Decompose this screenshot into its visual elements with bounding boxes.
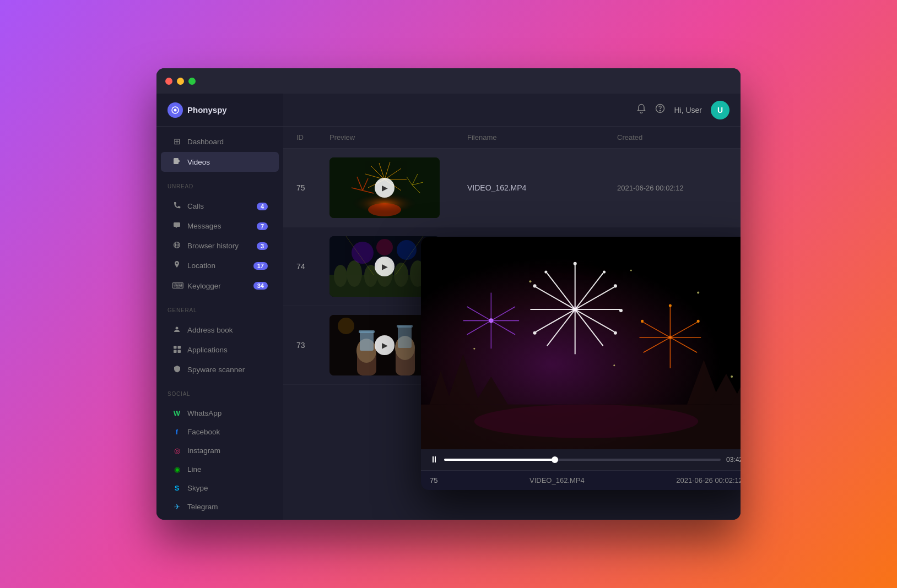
sidebar-item-telegram[interactable]: ✈ Telegram (161, 498, 279, 516)
svg-marker-3 (179, 160, 180, 162)
row-id: 75 (296, 183, 329, 192)
apps-icon (172, 345, 182, 355)
sidebar-item-label: Calls (187, 202, 204, 210)
unread-nav: Calls 4 Messages 7 (156, 192, 283, 301)
messages-badge: 7 (257, 222, 268, 230)
video-thumbnail[interactable]: ▶ (329, 157, 440, 218)
sidebar-item-label: Skype (187, 484, 208, 492)
svg-point-97 (669, 304, 672, 307)
general-nav: Address book Applications (156, 315, 283, 384)
sidebar-item-label: Dashboard (187, 138, 224, 146)
play-button[interactable]: ▶ (375, 257, 395, 276)
sidebar-item-label: Keylogger (187, 282, 221, 290)
player-info-created: 2021-06-26 00:02:12 (676, 476, 741, 484)
player-controls-bar: ⏸ 03:42 (421, 449, 741, 470)
svg-point-14 (660, 110, 661, 111)
play-overlay: ▶ (329, 157, 440, 218)
addressbook-icon (172, 325, 182, 335)
row-id: 74 (296, 262, 329, 271)
globe-icon (172, 241, 182, 251)
minimize-button[interactable] (177, 78, 184, 85)
svg-point-80 (574, 262, 577, 265)
player-info-bar: 75 VIDEO_162.MP4 2021-06-26 00:02:12 (421, 470, 741, 490)
table-row[interactable]: 75 (283, 149, 741, 227)
play-pause-button[interactable]: ⏸ (430, 455, 439, 465)
svg-point-85 (533, 284, 537, 287)
sidebar-item-location[interactable]: Location 17 (161, 256, 279, 275)
sidebar-item-facebook[interactable]: f Facebook (161, 423, 279, 441)
video-icon (172, 157, 182, 167)
app-window: Phonyspy ⊞ Dashboard Videos (156, 68, 741, 520)
window-body: Phonyspy ⊞ Dashboard Videos (156, 94, 741, 520)
sidebar-item-keylogger[interactable]: ⌨ Keylogger 34 (161, 276, 279, 296)
table-header: ID Preview Filename Created (283, 127, 741, 149)
brand-name: Phonyspy (187, 105, 227, 115)
sidebar-item-label: Address book (187, 326, 233, 334)
player-info-filename: VIDEO_162.MP4 (529, 476, 585, 484)
duration-label: 03:42 (726, 456, 741, 464)
svg-point-87 (544, 270, 547, 273)
social-section: SOCIAL W WhatsApp f Facebook ◎ Instagram (156, 384, 283, 520)
svg-point-84 (533, 331, 537, 335)
sidebar-item-label: Applications (187, 346, 228, 354)
sidebar-item-label: Videos (187, 158, 210, 166)
svg-rect-12 (177, 350, 181, 353)
sidebar-item-applications[interactable]: Applications (161, 340, 279, 360)
shield-icon (172, 365, 182, 374)
svg-rect-9 (174, 346, 177, 349)
svg-point-112 (473, 348, 475, 350)
sidebar-header: Phonyspy (156, 94, 283, 127)
social-section-label: SOCIAL (156, 384, 283, 399)
sidebar-item-messages[interactable]: Messages 7 (161, 216, 279, 236)
unread-section-label: UNREAD (156, 177, 283, 192)
progress-fill (444, 459, 555, 461)
svg-point-111 (697, 292, 699, 294)
sidebar-item-dashboard[interactable]: ⊞ Dashboard (161, 132, 279, 151)
sidebar-item-calls[interactable]: Calls 4 (161, 197, 279, 216)
sidebar-item-label: Spyware scanner (187, 366, 245, 374)
play-button[interactable]: ▶ (375, 178, 395, 198)
sidebar-item-videos[interactable]: Videos (161, 152, 279, 172)
sidebar-item-whatsapp[interactable]: W WhatsApp (161, 404, 279, 422)
sidebar-item-label: Telegram (187, 503, 218, 511)
svg-point-99 (641, 320, 644, 323)
calls-badge: 4 (257, 203, 268, 210)
player-video-area[interactable] (421, 237, 741, 449)
svg-point-8 (176, 327, 179, 330)
player-info-id: 75 (430, 476, 437, 484)
row-date: 2021-06-26 00:02:12 (617, 184, 727, 192)
sidebar-item-label: WhatsApp (187, 409, 221, 417)
col-filename: Filename (467, 133, 617, 141)
sidebar-item-address-book[interactable]: Address book (161, 320, 279, 340)
row-id: 73 (296, 341, 329, 350)
sidebar-item-line[interactable]: ◉ Line (161, 460, 279, 478)
title-bar (156, 68, 741, 94)
notification-icon[interactable] (636, 104, 646, 116)
message-icon (172, 221, 182, 231)
location-badge: 17 (253, 262, 268, 270)
user-avatar: U (711, 101, 730, 119)
telegram-icon: ✈ (172, 503, 182, 511)
progress-bar[interactable] (444, 459, 721, 461)
svg-point-82 (619, 309, 623, 312)
svg-point-1 (174, 108, 177, 111)
close-button[interactable] (165, 78, 172, 85)
sidebar-item-label: Browser history (187, 242, 239, 250)
keyboard-icon: ⌨ (172, 281, 182, 291)
top-nav-section: ⊞ Dashboard Videos (156, 127, 283, 177)
sidebar-item-browser-history[interactable]: Browser history 3 (161, 236, 279, 255)
sidebar-item-skype[interactable]: S Skype (161, 479, 279, 497)
video-player: ⏸ 03:42 75 VIDEO_162.MP4 2021-06-26 00:0… (421, 237, 741, 490)
keylogger-badge: 34 (253, 282, 268, 290)
col-id: ID (296, 133, 329, 141)
play-button[interactable]: ▶ (375, 335, 395, 355)
maximize-button[interactable] (188, 78, 196, 85)
help-icon[interactable] (655, 104, 665, 116)
sidebar-item-label: Messages (187, 222, 221, 230)
sidebar-item-label: Line (187, 465, 202, 473)
sidebar-item-spyware-scanner[interactable]: Spyware scanner (161, 360, 279, 379)
svg-point-83 (614, 331, 617, 335)
right-panel: Hi, User U ID Preview Filename Created 7… (283, 94, 741, 520)
sidebar-item-instagram[interactable]: ◎ Instagram (161, 442, 279, 460)
row-filename: VIDEO_162.MP4 (467, 183, 617, 192)
